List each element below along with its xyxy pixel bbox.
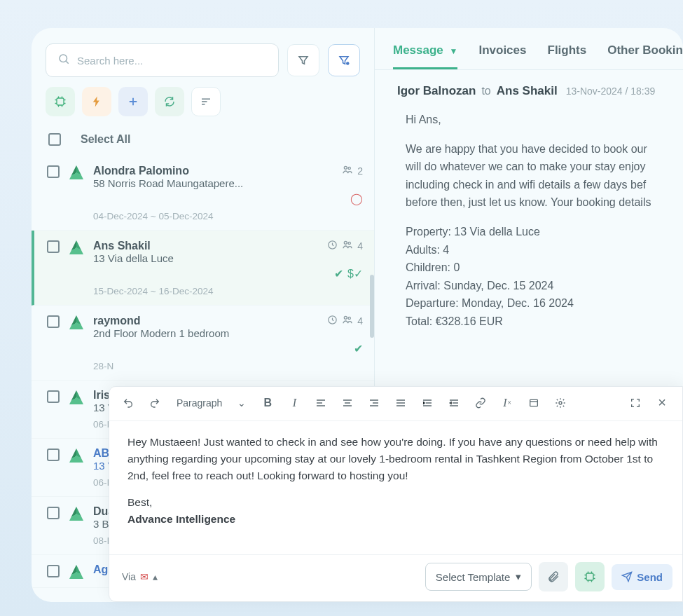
item-body: Alondra Palomino 2 58 Norris Road Maunga…	[93, 164, 363, 221]
item-checkbox[interactable]	[47, 565, 60, 577]
item-meta: 4	[327, 314, 363, 327]
booking-dates: 04-Dec-2024 ~ 05-Dec-2024	[93, 211, 363, 221]
tab-label: Message	[393, 43, 443, 57]
fullscreen-button[interactable]	[623, 392, 647, 413]
search-input[interactable]	[77, 55, 267, 67]
item-checkbox[interactable]	[47, 240, 60, 253]
item-meta: 2	[342, 164, 363, 177]
item-checkbox[interactable]	[47, 390, 60, 403]
align-right-button[interactable]	[362, 392, 386, 413]
message-from: Igor Balnozan	[397, 84, 476, 98]
align-left-button[interactable]	[309, 392, 333, 413]
sort-button[interactable]	[191, 87, 221, 116]
item-checkbox[interactable]	[47, 315, 60, 328]
list-item[interactable]: raymond 4 2nd Floor Modern 1 bedroom ✔ 2…	[32, 306, 374, 381]
svg-line-1	[66, 61, 68, 63]
bold-button[interactable]: B	[256, 392, 280, 413]
brand-icon	[69, 565, 83, 579]
check-icon: ✔	[334, 267, 343, 280]
detail-departure: Departure: Monday, Dec. 16 2024	[406, 294, 661, 313]
svg-rect-3	[57, 98, 64, 105]
select-all-checkbox[interactable]	[48, 133, 61, 146]
clear-format-button[interactable]: I×	[495, 392, 519, 413]
send-button[interactable]: Send	[612, 564, 672, 590]
tab-message[interactable]: Message ▼	[393, 43, 457, 69]
guests-icon	[342, 164, 353, 177]
dollar-icon: $✓	[347, 267, 363, 280]
search-box[interactable]	[46, 43, 279, 77]
via-selector[interactable]: Via ✉ ▴	[122, 571, 158, 582]
guest-count: 4	[357, 315, 363, 327]
link-button[interactable]	[469, 392, 492, 413]
format-label: Paragraph	[177, 397, 222, 409]
brand-icon	[69, 315, 83, 329]
editor-toolbar: Paragraph ⌄ B I I× ×	[109, 387, 682, 421]
property-address: 58 Norris Road Maungatapere...	[93, 177, 363, 189]
guest-count: 2	[357, 165, 363, 177]
detail-total: Total: €328.16 EUR	[406, 313, 661, 331]
chevron-up-icon: ▴	[153, 571, 158, 582]
guest-name: raymond	[93, 315, 141, 327]
send-label: Send	[637, 571, 663, 583]
tab-other[interactable]: Other Bookin	[607, 43, 683, 69]
template-select[interactable]: Select Template ▾	[425, 563, 532, 591]
filter-button[interactable]	[287, 44, 319, 76]
composer-footer: Via ✉ ▴ Select Template ▾ Send	[109, 554, 682, 601]
message-to: Ans Shakil	[497, 84, 558, 98]
chevron-down-icon: ⌄	[237, 397, 246, 409]
bolt-button[interactable]	[82, 87, 111, 116]
detail-children: Children: 0	[406, 259, 661, 277]
format-select[interactable]: Paragraph ⌄	[170, 395, 253, 411]
check-icon: ✔	[354, 342, 363, 355]
composer: Paragraph ⌄ B I I× × Hey Mustaeen! Just …	[109, 386, 683, 602]
list-item[interactable]: Ans Shakil 4 13 Via della Luce ✔ $✓ 15-D…	[32, 231, 374, 306]
tab-invoices[interactable]: Invoices	[478, 43, 526, 69]
close-button[interactable]: ×	[650, 392, 674, 413]
brand-icon	[69, 390, 83, 404]
redo-button[interactable]	[143, 392, 167, 413]
tab-flights[interactable]: Flights	[548, 43, 587, 69]
message-text: We are happy that you have decided to bo…	[406, 140, 661, 212]
list-item[interactable]: Alondra Palomino 2 58 Norris Road Maunga…	[32, 156, 374, 231]
detail-adults: Adults: 4	[406, 241, 661, 259]
editor-closing: Best,	[127, 496, 152, 508]
brand-icon	[69, 165, 83, 179]
warning-icon: ◯	[350, 192, 363, 205]
ai-compose-button[interactable]	[575, 562, 605, 591]
refresh-button[interactable]	[155, 87, 184, 116]
brand-icon	[69, 507, 83, 521]
booking-details: Property: 13 Via della Luce Adults: 4 Ch…	[406, 223, 661, 331]
svg-point-2	[346, 62, 350, 65]
envelope-icon: ✉	[140, 571, 149, 582]
settings-button[interactable]	[549, 392, 572, 413]
svg-point-8	[348, 242, 350, 244]
scrollbar[interactable]	[370, 275, 374, 338]
filter-clear-button[interactable]	[328, 44, 360, 76]
attach-button[interactable]	[539, 562, 568, 591]
code-block-button[interactable]	[522, 392, 546, 413]
align-justify-button[interactable]	[389, 392, 413, 413]
item-checkbox[interactable]	[47, 449, 60, 461]
message-to-label: to	[481, 85, 490, 97]
booking-dates: 28-N	[93, 361, 363, 371]
indent-button[interactable]	[415, 392, 439, 413]
via-label: Via	[122, 571, 136, 582]
align-center-button[interactable]	[336, 392, 359, 413]
guest-name: Alondra Palomino	[93, 165, 189, 177]
italic-button[interactable]: I	[282, 392, 306, 413]
select-all-label: Select All	[81, 133, 130, 146]
undo-button[interactable]	[116, 392, 140, 413]
item-checkbox[interactable]	[47, 165, 60, 178]
clock-icon	[327, 315, 338, 327]
editor-body[interactable]: Hey Mustaeen! Just wanted to check in an…	[109, 421, 682, 554]
item-body: raymond 4 2nd Floor Modern 1 bedroom ✔ 2…	[93, 314, 363, 371]
add-button[interactable]	[118, 87, 148, 116]
search-row	[46, 43, 360, 77]
outdent-button[interactable]	[442, 392, 466, 413]
ai-button[interactable]	[46, 87, 75, 116]
svg-point-10	[345, 316, 347, 319]
toolbar-row	[46, 87, 360, 116]
guest-name: Ans Shakil	[93, 240, 151, 252]
property-address: 13 Via della Luce	[93, 252, 363, 264]
item-checkbox[interactable]	[47, 507, 60, 519]
